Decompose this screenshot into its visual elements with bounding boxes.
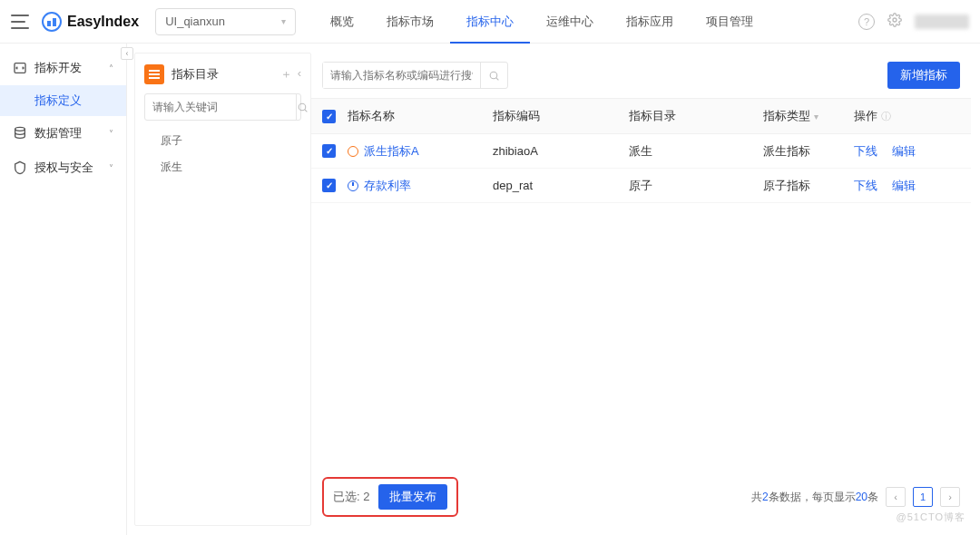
nav-market[interactable]: 指标市场 <box>370 0 450 44</box>
edit-link[interactable]: 编辑 <box>892 143 916 160</box>
project-select[interactable]: UI_qianxun ▾ <box>155 8 296 35</box>
database-icon <box>13 126 27 141</box>
table-header: 指标名称 指标编码 指标目录 指标类型▾ 操作ⓘ <box>311 98 971 134</box>
svg-point-0 <box>893 18 897 22</box>
tree-search-input[interactable] <box>145 94 296 120</box>
metric-type: 派生指标 <box>763 143 854 160</box>
sidebar-sub-definition[interactable]: 指标定义 <box>0 85 126 116</box>
dev-icon <box>13 61 27 75</box>
list-icon <box>144 64 164 84</box>
prev-page-button[interactable]: ‹ <box>886 487 906 507</box>
metric-name-link[interactable]: 存款利率 <box>364 178 411 194</box>
row-checkbox[interactable] <box>322 179 336 192</box>
col-code[interactable]: 指标编码 <box>493 108 629 124</box>
nav-apps[interactable]: 指标应用 <box>610 0 690 44</box>
main-search-input[interactable] <box>323 63 480 88</box>
offline-link[interactable]: 下线 <box>854 143 877 160</box>
collapse-tree-icon[interactable]: ‹ <box>298 66 301 83</box>
table-row: 派生指标A zhibiaoA 派生 派生指标 下线 编辑 <box>311 134 971 169</box>
sidebar-item-security[interactable]: 授权与安全 ˅ <box>0 151 126 185</box>
sidebar-item-data[interactable]: 数据管理 ˅ <box>0 116 126 151</box>
tree-item-atomic[interactable]: 原子 <box>144 128 301 154</box>
logo-icon <box>42 12 62 32</box>
search-icon[interactable] <box>296 94 309 120</box>
chevron-down-icon: ˅ <box>109 163 113 173</box>
metric-code: zhibiaoA <box>493 144 629 158</box>
next-page-button[interactable]: › <box>940 487 960 507</box>
metric-name-link[interactable]: 派生指标A <box>364 143 419 160</box>
metric-dir: 派生 <box>629 143 763 160</box>
offline-link[interactable]: 下线 <box>854 178 877 194</box>
nav-ops[interactable]: 运维中心 <box>530 0 610 44</box>
batch-action-box: 已选: 2 批量发布 <box>322 477 458 517</box>
nav-overview[interactable]: 概览 <box>314 0 370 44</box>
brand-name: EasyIndex <box>67 14 139 30</box>
search-icon[interactable] <box>480 63 507 88</box>
col-name[interactable]: 指标名称 <box>348 108 493 124</box>
table-row: 存款利率 dep_rat 原子 原子指标 下线 编辑 <box>311 169 971 203</box>
filter-icon[interactable]: ▾ <box>814 112 818 122</box>
project-select-value: UI_qianxun <box>165 15 225 28</box>
page-number-button[interactable]: 1 <box>913 487 933 507</box>
batch-publish-button[interactable]: 批量发布 <box>378 484 447 510</box>
main-search <box>322 62 508 89</box>
col-dir[interactable]: 指标目录 <box>629 108 763 124</box>
status-draft-icon <box>348 146 358 157</box>
menu-toggle-icon[interactable] <box>11 15 29 29</box>
nav-project[interactable]: 项目管理 <box>690 0 769 44</box>
row-checkbox[interactable] <box>322 144 336 158</box>
select-all-checkbox[interactable] <box>322 110 336 123</box>
pager-summary: 共2条数据，每页显示20条 <box>751 490 878 505</box>
main-content: 新增指标 指标名称 指标编码 指标目录 指标类型▾ 操作ⓘ 派生指标A zhib… <box>311 53 971 526</box>
tree-search <box>144 93 301 121</box>
nav-center[interactable]: 指标中心 <box>450 0 530 44</box>
chevron-down-icon: ▾ <box>281 16 286 26</box>
chevron-down-icon: ˅ <box>109 129 113 139</box>
sidebar-item-dev[interactable]: 指标开发 ˄ <box>0 51 126 85</box>
directory-tree: 指标目录 ＋ ‹ 原子 派生 <box>134 53 311 526</box>
svg-point-3 <box>299 103 306 111</box>
watermark: @51CTO博客 <box>897 511 965 524</box>
help-icon[interactable]: ⓘ <box>881 110 891 123</box>
shield-icon <box>13 160 27 175</box>
help-icon[interactable]: ? <box>858 14 875 30</box>
brand-logo: EasyIndex <box>42 12 139 32</box>
tree-item-derived[interactable]: 派生 <box>144 154 301 180</box>
col-ops: 操作ⓘ <box>854 108 960 124</box>
edit-link[interactable]: 编辑 <box>892 178 916 194</box>
svg-point-2 <box>15 127 25 131</box>
status-pending-icon <box>348 180 358 191</box>
top-nav: 概览 指标市场 指标中心 运维中心 指标应用 项目管理 <box>314 0 769 44</box>
col-type[interactable]: 指标类型▾ <box>763 108 854 124</box>
metric-dir: 原子 <box>629 178 763 194</box>
metric-code: dep_rat <box>493 179 629 192</box>
selected-count: 已选: 2 <box>333 489 369 505</box>
add-metric-button[interactable]: 新增指标 <box>887 62 960 89</box>
sidebar-collapse-icon[interactable]: ‹ <box>121 47 133 60</box>
metric-type: 原子指标 <box>763 178 854 194</box>
pagination: 共2条数据，每页显示20条 ‹ 1 › <box>751 487 960 507</box>
tree-title: 指标目录 <box>172 66 219 83</box>
gear-icon[interactable] <box>887 13 902 30</box>
add-folder-icon[interactable]: ＋ <box>280 66 292 83</box>
user-name[interactable] <box>915 15 969 29</box>
sidebar: ‹ 指标开发 ˄ 指标定义 数据管理 ˅ 授权与安全 ˅ <box>0 44 127 535</box>
chevron-up-icon: ˄ <box>109 63 113 73</box>
svg-point-4 <box>490 72 497 79</box>
